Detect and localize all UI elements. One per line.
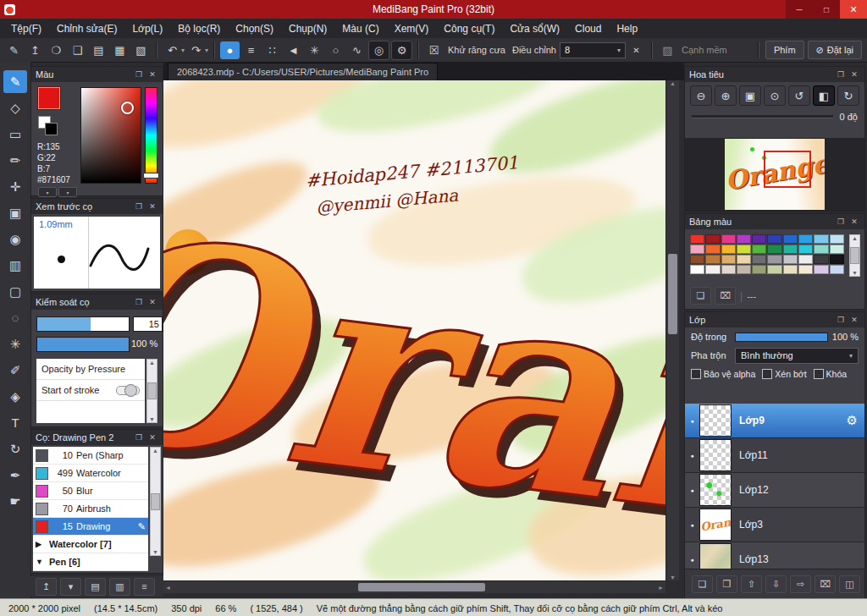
palette-swatch[interactable] xyxy=(814,234,828,244)
palette-swatch[interactable] xyxy=(798,245,813,254)
group-arrow-icon[interactable]: ▼ xyxy=(36,558,44,566)
blend-mode-select[interactable]: Bình thường ▾ xyxy=(735,348,859,364)
duplicate-layer-icon[interactable]: ◫ xyxy=(839,575,860,593)
scroll-up-icon[interactable]: ▲ xyxy=(152,448,158,454)
layer-row[interactable]: ●OrangeLớp3 xyxy=(685,508,864,542)
snap-vanish-icon[interactable]: ◄ xyxy=(284,41,303,59)
palette-swatch[interactable] xyxy=(814,245,828,254)
palette-swatch[interactable] xyxy=(783,245,798,254)
delete-layer-icon[interactable]: ⌧ xyxy=(815,575,836,593)
canvas[interactable]: Orange Orange #Hoidap247 #2113701 @yenmi… xyxy=(163,80,665,580)
clipping-checkbox[interactable]: Xén bớt xyxy=(762,369,806,379)
operation-tool[interactable]: ↻ xyxy=(3,437,27,460)
panel-close-icon[interactable]: ✕ xyxy=(848,217,860,226)
brush-row[interactable]: 15Drawing✎ xyxy=(33,518,148,536)
brush-row[interactable]: 499Watercolor xyxy=(33,465,148,482)
layer-row[interactable]: ●Lớp12 xyxy=(685,473,864,508)
marquee-select-tool[interactable]: ▢ xyxy=(3,280,27,303)
fill-rect-tool[interactable]: ▣ xyxy=(3,201,27,224)
palette-swatch[interactable] xyxy=(737,255,751,264)
brush-grid-view-icon[interactable]: ▤ xyxy=(85,578,106,596)
zoom-out-icon[interactable]: ⊖ xyxy=(690,85,712,106)
palette-swatch[interactable] xyxy=(690,255,704,264)
panel-popout-icon[interactable]: ❐ xyxy=(133,298,145,306)
add-folder-icon[interactable]: ❒ xyxy=(716,575,737,593)
comment-filled-icon[interactable]: ❑ xyxy=(68,41,87,59)
scrollbar[interactable]: ▲ ▼ xyxy=(146,359,157,423)
brush-settings-icon[interactable]: ≡ xyxy=(134,578,155,596)
palette-swatch[interactable] xyxy=(830,245,844,254)
brush-row[interactable]: 50Blur xyxy=(33,482,148,500)
brush-option-row[interactable]: Start of stroke xyxy=(36,380,145,401)
upload-icon[interactable]: ↥ xyxy=(25,41,45,59)
panel-popout-icon[interactable]: ❐ xyxy=(835,217,847,226)
flip-horizontal-icon[interactable]: ◧ xyxy=(813,85,835,106)
stroke-start-slider[interactable] xyxy=(116,386,140,395)
palette-swatch[interactable] xyxy=(705,255,720,264)
comment-icon[interactable]: ❍ xyxy=(47,41,66,59)
snap-grid-icon[interactable]: ∷ xyxy=(262,41,282,59)
scrollbar[interactable]: ▲ ▼ xyxy=(849,234,860,277)
reset-button[interactable]: ⊘ Đặt lại xyxy=(808,41,862,59)
merge-layer-icon[interactable]: ⇨ xyxy=(790,575,811,593)
layer-down-icon[interactable]: ⇩ xyxy=(765,575,787,593)
brush-opacity-slider[interactable] xyxy=(36,337,130,352)
palette-swatch[interactable] xyxy=(690,265,704,274)
canvas-vertical-scrollbar[interactable]: ▲ ▼ xyxy=(665,80,679,580)
eraser-tool[interactable]: ◇ xyxy=(3,96,27,119)
gradient-tool[interactable]: ▥ xyxy=(3,254,27,277)
material-panel-icon[interactable]: ▤ xyxy=(89,41,108,59)
layer-visible-icon[interactable]: ● xyxy=(685,557,699,563)
palette-swatch[interactable] xyxy=(814,265,828,274)
layer-row[interactable]: ●Lớp11 xyxy=(685,438,864,473)
layer-row[interactable]: ●Lớp9⚙ xyxy=(685,404,864,438)
text-tool[interactable]: T xyxy=(3,411,27,434)
lock-checkbox[interactable]: Khóa xyxy=(814,369,848,379)
menu-item-10[interactable]: Cloud xyxy=(567,23,609,35)
panel-close-icon[interactable]: ✕ xyxy=(146,433,158,442)
palette-swatch[interactable] xyxy=(783,234,798,244)
panel-popout-icon[interactable]: ❐ xyxy=(133,433,145,442)
panel-popout-icon[interactable]: ❐ xyxy=(835,316,847,324)
canvas-horizontal-scrollbar[interactable]: ◄ ► xyxy=(163,580,665,593)
palette-swatch[interactable] xyxy=(830,255,844,264)
palette-swatch[interactable] xyxy=(752,265,766,274)
brush-tool[interactable]: ✎ xyxy=(3,70,27,93)
rotate-ccw-icon[interactable]: ↺ xyxy=(788,85,810,106)
palette-swatch[interactable] xyxy=(814,255,828,264)
select-pen-tool[interactable]: ✐ xyxy=(3,359,27,382)
group-arrow-icon[interactable]: ▶ xyxy=(36,540,44,548)
scroll-thumb[interactable] xyxy=(358,583,485,591)
fit-window-icon[interactable]: ▣ xyxy=(739,85,761,106)
antialias-checkbox[interactable]: ☒ xyxy=(424,41,444,59)
scroll-thumb[interactable] xyxy=(668,254,677,334)
panel-close-icon[interactable]: ✕ xyxy=(848,316,860,324)
palette-swatch[interactable] xyxy=(798,265,813,274)
save-icon[interactable]: ✎ xyxy=(4,41,24,59)
delete-color-icon[interactable]: ⌧ xyxy=(715,287,736,305)
palette-swatch[interactable] xyxy=(752,245,766,254)
brush-option-row[interactable]: Opacity by Pressure xyxy=(36,359,145,380)
snap-settings-icon[interactable]: ◎ xyxy=(368,41,389,60)
palette-swatch[interactable] xyxy=(690,245,704,254)
undo-history-arrow-icon[interactable]: ▾ xyxy=(181,47,185,54)
edit-brush-icon[interactable]: ✎ xyxy=(138,521,146,532)
foreground-color-swatch[interactable] xyxy=(38,87,60,109)
panel-close-icon[interactable]: ✕ xyxy=(146,70,158,79)
palette-swatch[interactable] xyxy=(690,234,704,244)
color-option-button[interactable]: ▾ xyxy=(38,187,57,197)
scroll-up-icon[interactable]: ▲ xyxy=(670,80,676,86)
menu-item-1[interactable]: Chỉnh sửa(E) xyxy=(49,23,124,35)
palette-swatch[interactable] xyxy=(752,234,766,244)
layer-visible-icon[interactable]: ● xyxy=(685,522,699,528)
add-layer-icon[interactable]: ❏ xyxy=(692,575,713,593)
redo-icon[interactable]: ↷ xyxy=(186,41,206,59)
palette-swatch[interactable] xyxy=(752,255,766,264)
palette-swatch[interactable] xyxy=(830,234,844,244)
menu-item-4[interactable]: Chọn(S) xyxy=(228,23,281,35)
brush-group-row[interactable]: ▶Watercolor [7] xyxy=(33,536,148,553)
default-colors-swatch[interactable] xyxy=(38,116,58,136)
palette-swatch[interactable] xyxy=(721,234,736,244)
brush-list-view-icon[interactable]: ▥ xyxy=(109,578,130,596)
layer-opacity-slider[interactable] xyxy=(735,333,828,342)
